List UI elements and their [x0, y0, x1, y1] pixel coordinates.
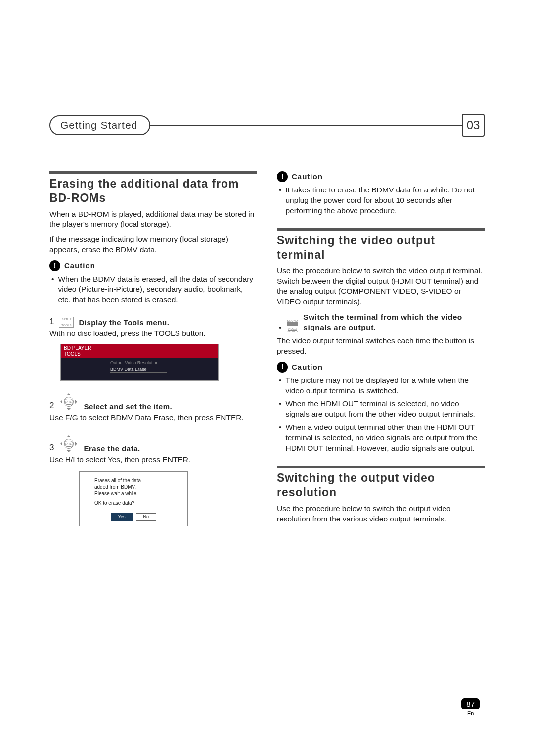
menu-header: BD PLAYER TOOLS — [61, 344, 218, 358]
caution-text: It takes time to erase the BDMV data for… — [285, 185, 485, 216]
step-title: Display the Tools menu. — [79, 318, 169, 328]
bullet-dot-icon — [279, 323, 281, 333]
dpad-icon: ENTER — [59, 434, 79, 454]
step-body: Use H/I to select Yes, then press ENTER. — [49, 455, 257, 465]
caution-icon: ! — [277, 362, 288, 373]
chapter-header: Getting Started 03 — [49, 114, 485, 137]
body-text: Use the procedure below to switch the vi… — [277, 266, 485, 307]
step-3: 3 ENTER Erase the data. — [49, 434, 257, 454]
caution-text: When a video output terminal other than … — [285, 423, 485, 454]
section-title-erase: Erasing the additional data from BD-ROMs — [49, 177, 257, 205]
tools-menu-mock: BD PLAYER TOOLS Output Video Resolution … — [60, 344, 219, 381]
caution-bullet: It takes time to erase the BDMV data for… — [277, 185, 485, 216]
bullet-dot-icon — [279, 185, 281, 216]
instruction-bullet: SOUND VIDEO SELECT Switch the terminal f… — [277, 312, 485, 333]
caution-text: When the BDMV data is erased, all the da… — [58, 274, 257, 305]
page-number: 87 En — [461, 698, 480, 716]
caution-bullet: When the HDMI OUT terminal is selected, … — [277, 399, 485, 420]
caution-label: Caution — [292, 172, 323, 182]
dialog-no-button: No — [136, 513, 157, 521]
bullet-dot-icon — [51, 274, 54, 305]
step-1: 1 SETUP TOOLS Display the Tools menu. — [49, 316, 257, 328]
dpad-icon: ENTER — [59, 392, 79, 412]
body-text: The video output terminal switches each … — [277, 336, 485, 357]
caution-bullet: When a video output terminal other than … — [277, 423, 485, 454]
menu-item: Output Video Resolution — [110, 360, 215, 366]
step-number: 2 — [49, 400, 54, 412]
body-text: Use the procedure below to switch the ou… — [277, 504, 485, 524]
step-body: With no disc loaded, press the TOOLS but… — [49, 329, 257, 339]
header-rule — [149, 125, 463, 126]
caution-text: When the HDMI OUT terminal is selected, … — [285, 399, 485, 420]
right-column: ! Caution It takes time to erase the BDM… — [277, 171, 485, 529]
dialog-text: Erases all of the data added from BDMV. … — [85, 477, 182, 510]
caution-heading: ! Caution — [277, 362, 485, 373]
left-column: Erasing the additional data from BD-ROMs… — [49, 171, 257, 529]
bullet-dot-icon — [279, 376, 281, 396]
dialog-yes-button: Yes — [111, 513, 133, 521]
section-title-switch-resolution: Switching the output video resolution — [277, 471, 485, 500]
section-divider — [277, 466, 485, 468]
bullet-dot-icon — [279, 399, 281, 420]
section-divider — [277, 228, 485, 231]
caution-heading: ! Caution — [49, 260, 257, 271]
caution-icon: ! — [49, 260, 60, 271]
chapter-number: 03 — [462, 114, 485, 137]
body-text: If the message indicating low memory (lo… — [49, 235, 257, 255]
caution-bullet: When the BDMV data is erased, all the da… — [49, 274, 257, 305]
instruction-text: Switch the terminal from which the video… — [303, 312, 485, 333]
caution-label: Caution — [64, 261, 95, 271]
caution-label: Caution — [292, 362, 323, 372]
bullet-dot-icon — [279, 423, 281, 454]
page-language: En — [461, 710, 480, 716]
body-text: When a BD-ROM is played, additional data… — [49, 209, 257, 230]
page-number-value: 87 — [461, 698, 480, 709]
caution-bullet: The picture may not be displayed for a w… — [277, 376, 485, 396]
step-2: 2 ENTER Select and set the item. — [49, 392, 257, 412]
section-divider — [49, 171, 257, 174]
step-title: Select and set the item. — [84, 402, 172, 412]
video-select-button-icon: SOUND VIDEO SELECT — [285, 319, 299, 333]
section-title-switch-terminal: Switching the video output terminal — [277, 234, 485, 262]
step-number: 3 — [49, 442, 54, 454]
caution-text: The picture may not be displayed for a w… — [285, 376, 485, 396]
step-title: Erase the data. — [84, 444, 140, 454]
caution-heading: ! Caution — [277, 171, 485, 182]
tools-button-icon: SETUP TOOLS — [59, 317, 74, 328]
step-body: Use F/G to select BDMV Data Erase, then … — [49, 413, 257, 423]
section-name: Getting Started — [49, 115, 150, 135]
erase-dialog-mock: Erases all of the data added from BDMV. … — [79, 471, 188, 526]
menu-item-selected: BDMV Data Erase — [110, 366, 167, 373]
caution-icon: ! — [277, 171, 288, 182]
menu-body: Output Video Resolution BDMV Data Erase — [61, 358, 218, 380]
step-number: 1 — [49, 316, 54, 328]
